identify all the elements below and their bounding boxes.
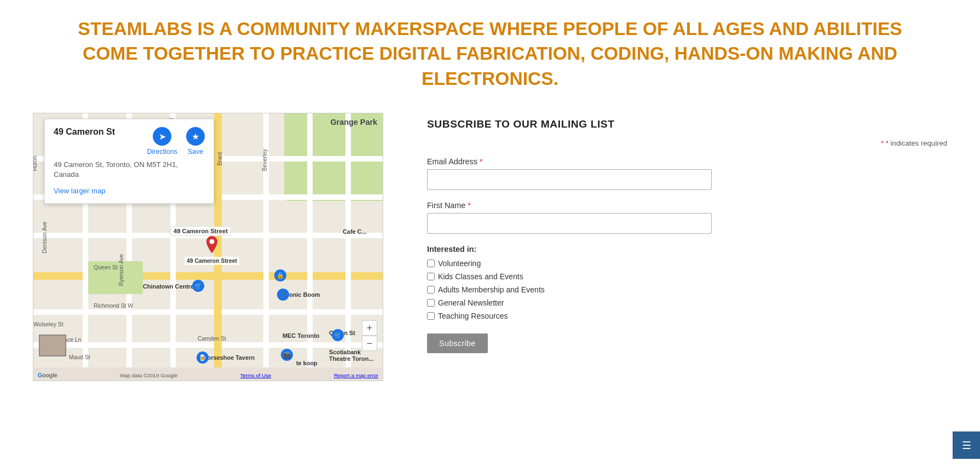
checkbox-item-teaching[interactable]: Teaching Resources bbox=[427, 312, 947, 320]
pin-street-label: 49 Cameron Street bbox=[170, 226, 231, 236]
google-logo: Google bbox=[38, 372, 57, 378]
terms-link[interactable]: Terms of Use bbox=[240, 372, 272, 378]
checkbox-adults-label: Adults Membership and Events bbox=[438, 285, 545, 294]
checkbox-teaching[interactable] bbox=[427, 312, 435, 320]
checkbox-newsletter[interactable] bbox=[427, 299, 435, 307]
checkbox-adults[interactable] bbox=[427, 286, 435, 293]
save-label: Save bbox=[188, 148, 203, 156]
icon-sonic: 🎵 bbox=[277, 289, 289, 301]
road-v6 bbox=[307, 113, 313, 367]
checkbox-volunteering[interactable] bbox=[427, 260, 435, 267]
directions-icon: ➤ bbox=[153, 127, 171, 146]
popup-address-name: 49 Cameron St bbox=[54, 127, 115, 152]
zoom-in-button[interactable]: + bbox=[362, 320, 377, 336]
road-v5 bbox=[263, 113, 269, 367]
email-label: Email Address * bbox=[427, 157, 947, 166]
checkbox-item-newsletter[interactable]: General Newsletter bbox=[427, 298, 947, 307]
popup-address-full: 49 Cameron St, Toronto, ON M5T 2H1, Cana… bbox=[54, 160, 205, 180]
hero-title: STEAMLABS IS A COMMUNITY MAKERSPACE WHER… bbox=[22, 16, 958, 91]
map-container[interactable]: Sullivan St Phoebe St Queen St Richmond … bbox=[33, 113, 383, 381]
checkbox-item-adults[interactable]: Adults Membership and Events bbox=[427, 285, 947, 294]
green-area-small bbox=[88, 261, 143, 294]
icon-scotiabank: 🎬 bbox=[281, 349, 293, 361]
checkbox-newsletter-label: General Newsletter bbox=[438, 298, 504, 307]
map-popup: 49 Cameron St ➤ Directions ★ Save bbox=[44, 119, 214, 204]
map-pin-marker: 49 Cameron Street bbox=[204, 236, 220, 258]
save-icon: ★ bbox=[186, 127, 205, 146]
map-section: Sullivan St Phoebe St Queen St Richmond … bbox=[33, 113, 383, 381]
subscribe-button[interactable]: Subscribe bbox=[427, 333, 488, 353]
place-label-mec: MEC Toronto bbox=[283, 332, 319, 339]
report-link[interactable]: Report a map error bbox=[334, 372, 378, 378]
form-section: SUBSCRIBE TO OUR MAILING LIST * * indica… bbox=[427, 113, 947, 353]
map-popup-actions: 49 Cameron St ➤ Directions ★ Save bbox=[54, 127, 205, 156]
checkbox-item-kids[interactable]: Kids Classes and Events bbox=[427, 272, 947, 281]
place-label-cafe: Cafe C... bbox=[343, 228, 367, 235]
place-label-chinatown: Chinatown Centre bbox=[143, 283, 194, 290]
place-label-grange-park: Grange Park bbox=[330, 118, 377, 126]
firstname-label-text: First Name bbox=[427, 201, 465, 210]
checkbox-volunteering-label: Volunteering bbox=[438, 259, 481, 268]
email-required-asterisk: * bbox=[480, 157, 483, 166]
main-content: Sullivan St Phoebe St Queen St Richmond … bbox=[22, 113, 958, 381]
email-label-text: Email Address bbox=[427, 157, 477, 166]
map-thumbnail bbox=[39, 335, 66, 356]
icon-mec: 🛒 bbox=[332, 329, 344, 341]
place-label-horseshoe: Horseshoe Tavern bbox=[203, 354, 255, 361]
icon-horseshoe: 🍺 bbox=[197, 352, 209, 364]
icon-queen-st: 🔒 bbox=[274, 269, 286, 281]
checkbox-kids-label: Kids Classes and Events bbox=[438, 272, 523, 281]
firstname-input[interactable] bbox=[427, 213, 712, 234]
required-note: * * indicates required bbox=[427, 139, 947, 147]
checkbox-item-volunteering[interactable]: Volunteering bbox=[427, 259, 947, 268]
pin-label: 49 Cameron Street bbox=[185, 257, 239, 265]
save-button[interactable]: ★ Save bbox=[186, 127, 205, 156]
firstname-required-asterisk: * bbox=[468, 201, 471, 210]
checkbox-group: Volunteering Kids Classes and Events Adu… bbox=[427, 259, 947, 320]
firstname-label: First Name * bbox=[427, 201, 947, 210]
page-wrapper: STEAMLABS IS A COMMUNITY MAKERSPACE WHER… bbox=[0, 0, 980, 414]
svg-point-0 bbox=[210, 239, 215, 244]
map-footer: Google Map data ©2019 Google Terms of Us… bbox=[33, 372, 383, 378]
firstname-form-group: First Name * bbox=[427, 201, 947, 234]
map-zoom-controls: + − bbox=[362, 320, 377, 351]
interested-form-group: Interested in: Volunteering Kids Classes… bbox=[427, 245, 947, 320]
form-heading: SUBSCRIBE TO OUR MAILING LIST bbox=[427, 118, 947, 130]
directions-label: Directions bbox=[147, 148, 177, 156]
email-form-group: Email Address * bbox=[427, 157, 947, 190]
checkbox-teaching-label: Teaching Resources bbox=[438, 312, 508, 320]
view-larger-map-link[interactable]: View larger map bbox=[54, 187, 105, 195]
zoom-out-button[interactable]: − bbox=[362, 336, 377, 351]
directions-button[interactable]: ➤ Directions bbox=[147, 127, 177, 156]
required-note-text: * indicates required bbox=[886, 139, 947, 147]
place-label-tekoop: te koop bbox=[296, 360, 318, 366]
required-asterisk: * bbox=[881, 139, 884, 147]
email-input[interactable] bbox=[427, 169, 712, 190]
map-data-credit: Map data ©2019 Google bbox=[120, 372, 177, 378]
interested-label: Interested in: bbox=[427, 245, 947, 254]
checkbox-kids[interactable] bbox=[427, 273, 435, 280]
place-label-sonic: Sonic Boom bbox=[285, 291, 320, 298]
icon-chinatown: 🛒 bbox=[192, 280, 204, 292]
